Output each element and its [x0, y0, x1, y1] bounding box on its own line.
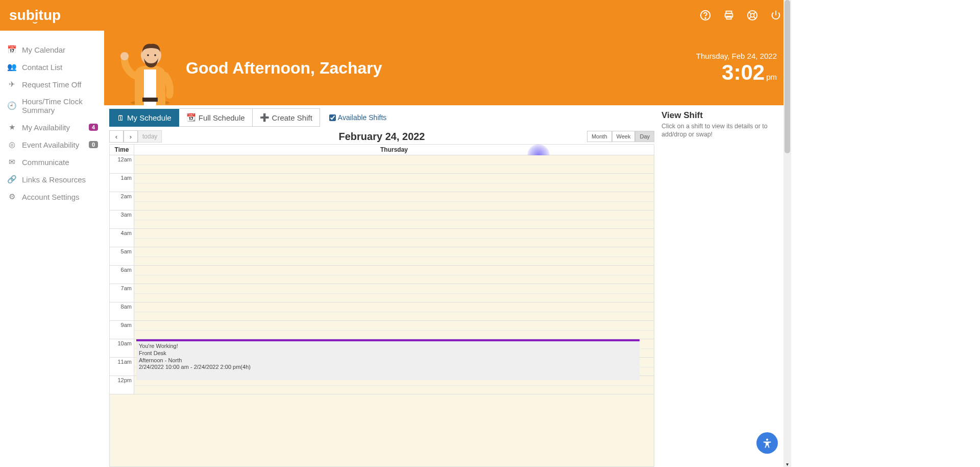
view-day-button[interactable]: Day: [635, 131, 654, 142]
sidebar-item-links-resources[interactable]: 🔗Links & Resources: [0, 171, 104, 188]
time-column-header: Time: [110, 145, 134, 155]
hour-label: 11am: [110, 358, 134, 376]
calendar-panel: 🗓My Schedule 📆Full Schedule ➕Create Shif…: [109, 108, 654, 467]
svg-point-14: [766, 439, 768, 441]
calendar-header-row: Time Thursday: [109, 144, 654, 155]
time-slot[interactable]: [134, 155, 654, 173]
shift-location: Afternoon - North: [139, 357, 637, 364]
calendar-title: February 24, 2022: [339, 131, 425, 143]
sidebar-item-label: Communicate: [22, 158, 69, 167]
sidebar-item-hours-summary[interactable]: 🕘Hours/Time Clock Summary: [0, 93, 104, 119]
sidebar-item-label: Links & Resources: [22, 175, 86, 184]
time-slot[interactable]: [134, 211, 654, 228]
plane-icon: ✈: [7, 80, 16, 89]
sidebar-item-label: Event Availability: [22, 141, 79, 149]
print-icon[interactable]: [723, 9, 735, 21]
accessibility-fab[interactable]: [756, 432, 778, 454]
hour-label: 9am: [110, 321, 134, 339]
datetime-block: Thursday, Feb 24, 2022 3:02pm: [696, 52, 781, 85]
ampm: pm: [766, 73, 777, 81]
next-button[interactable]: ›: [124, 130, 138, 143]
lifering-icon[interactable]: [746, 9, 758, 21]
today-button[interactable]: today: [138, 130, 162, 143]
hour-label: 2am: [110, 192, 134, 210]
sidebar-item-my-calendar[interactable]: 📅My Calendar: [0, 41, 104, 58]
brand-logo: subitup: [9, 7, 61, 24]
sidebar-item-event-availability[interactable]: ◎Event Availability0: [0, 136, 104, 153]
svg-point-13: [154, 54, 156, 56]
day-column-header: Thursday: [134, 145, 654, 155]
tab-my-schedule[interactable]: 🗓My Schedule: [109, 109, 179, 127]
shift-position: Front Desk: [139, 350, 637, 357]
sidebar-item-communicate[interactable]: ✉Communicate: [0, 153, 104, 171]
time-slot[interactable]: [134, 192, 654, 210]
calendar-body[interactable]: 12am 1am 2am 3am 4am 5am 6am 7am 8am 9am…: [109, 155, 654, 467]
hero-avatar: [114, 34, 181, 105]
time-slot[interactable]: [134, 229, 654, 247]
gear-icon: ⚙: [7, 192, 16, 201]
schedule-tabbar: 🗓My Schedule 📆Full Schedule ➕Create Shif…: [109, 108, 654, 127]
shift-card[interactable]: You're Working! Front Desk Afternoon - N…: [136, 339, 640, 380]
star-icon: ★: [7, 123, 16, 132]
hour-label: 8am: [110, 302, 134, 320]
shift-time-range: 2/24/2022 10:00 am - 2/24/2022 2:00 pm(4…: [139, 364, 637, 371]
link-icon: 🔗: [7, 175, 16, 184]
page-scrollbar[interactable]: ▴ ▾: [783, 0, 791, 467]
shift-status: You're Working!: [139, 343, 637, 350]
calendar-nav: ‹ › today February 24, 2022 Month Week D…: [109, 129, 654, 144]
top-header: subitup: [0, 0, 791, 31]
svg-point-6: [750, 13, 754, 17]
checkbox-label: Available Shifts: [338, 113, 386, 122]
sidebar-item-request-time-off[interactable]: ✈Request Time Off: [0, 76, 104, 93]
sidebar-item-account-settings[interactable]: ⚙Account Settings: [0, 188, 104, 205]
time-slot[interactable]: [134, 321, 654, 339]
target-icon: ◎: [7, 140, 16, 149]
time-slot[interactable]: [134, 266, 654, 284]
time-slot[interactable]: [134, 174, 654, 192]
calendar-icon: 📅: [7, 45, 16, 54]
sidebar-item-label: My Calendar: [22, 45, 65, 54]
view-month-button[interactable]: Month: [587, 131, 612, 142]
sidebar: 📅My Calendar 👥Contact List ✈Request Time…: [0, 31, 104, 467]
hour-label: 12am: [110, 155, 134, 173]
time-slot[interactable]: [134, 247, 654, 265]
event-badge: 0: [89, 141, 98, 148]
clock-icon: 🕘: [7, 101, 16, 110]
users-icon: 👥: [7, 62, 16, 72]
current-time: 3:02: [722, 60, 765, 84]
tab-full-schedule[interactable]: 📆Full Schedule: [179, 108, 253, 127]
availability-badge: 4: [89, 124, 98, 131]
svg-point-10: [120, 52, 129, 60]
time-slot[interactable]: [134, 302, 654, 320]
hour-label: 3am: [110, 211, 134, 228]
tab-label: Create Shift: [272, 113, 312, 122]
available-shifts-toggle[interactable]: Available Shifts: [329, 113, 386, 122]
current-date: Thursday, Feb 24, 2022: [696, 52, 777, 60]
sidebar-item-label: Hours/Time Clock Summary: [22, 97, 97, 114]
hero-banner: Good Afternoon, Zachary Thursday, Feb 24…: [104, 31, 791, 105]
calendar-icon: 📆: [186, 113, 196, 122]
svg-point-12: [147, 54, 149, 56]
view-shift-body: Click on a shift to view its details or …: [662, 122, 786, 139]
tab-label: Full Schedule: [199, 113, 245, 122]
hour-label: 5am: [110, 247, 134, 265]
tab-create-shift[interactable]: ➕Create Shift: [253, 108, 320, 127]
view-week-button[interactable]: Week: [612, 131, 635, 142]
prev-button[interactable]: ‹: [109, 130, 124, 143]
sidebar-item-label: Contact List: [22, 63, 62, 72]
power-icon[interactable]: [770, 9, 782, 21]
svg-rect-4: [726, 16, 731, 19]
scroll-down-icon[interactable]: ▾: [783, 461, 791, 467]
hour-label: 1am: [110, 174, 134, 192]
hour-label: 4am: [110, 229, 134, 247]
scrollbar-thumb[interactable]: [785, 0, 790, 153]
time-slot[interactable]: [134, 284, 654, 302]
help-icon[interactable]: [699, 9, 712, 21]
svg-rect-9: [142, 98, 158, 102]
sidebar-item-label: Account Settings: [22, 193, 80, 201]
sidebar-item-label: Request Time Off: [22, 80, 81, 89]
view-shift-title: View Shift: [662, 110, 786, 121]
sidebar-item-contact-list[interactable]: 👥Contact List: [0, 58, 104, 76]
available-shifts-checkbox[interactable]: [329, 114, 336, 121]
sidebar-item-my-availability[interactable]: ★My Availability4: [0, 119, 104, 136]
